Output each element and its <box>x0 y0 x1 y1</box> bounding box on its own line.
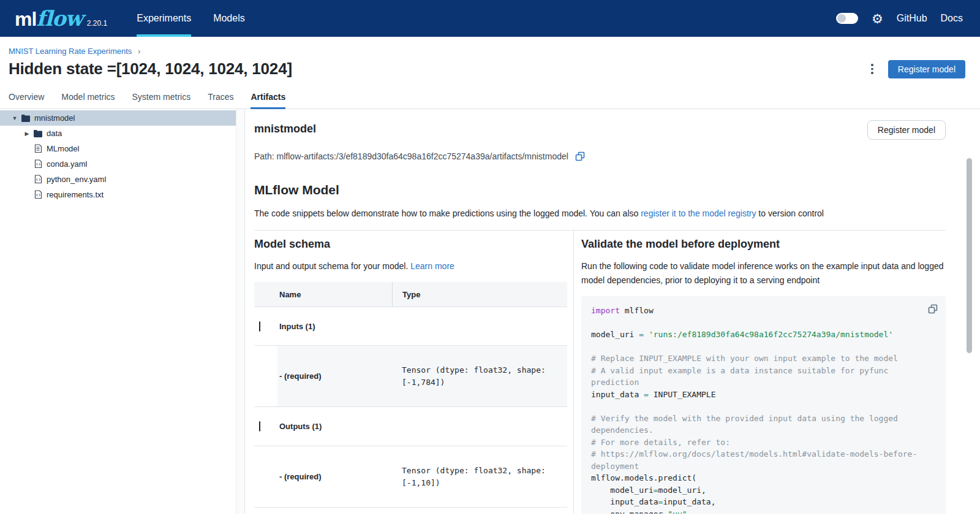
model-schema-heading: Model schema <box>254 238 567 251</box>
schema-group-row: Inputs (1) <box>254 307 567 346</box>
run-title-row: Hidden state =[1024, 1024, 1024, 1024] R… <box>0 56 980 78</box>
artifact-file-tree: ▼mnistmodel▶dataMLmodelconda.yamlpython_… <box>0 109 236 514</box>
model-schema-description: Input and output schema for your model. … <box>254 259 567 273</box>
file-icon <box>32 144 43 154</box>
schema-col-type: Type <box>392 282 567 307</box>
schema-group-row: Outputs (1) <box>254 407 567 446</box>
schema-table: NameTypeInputs (1)- (required)Tensor (dt… <box>254 282 567 508</box>
validate-code-block: import mlflow model_uri = 'runs:/ef8189d… <box>581 296 946 514</box>
register-model-secondary-button[interactable]: Register model <box>867 120 946 140</box>
github-link[interactable]: GitHub <box>897 13 927 24</box>
file-code-icon <box>32 175 43 185</box>
model-registry-link[interactable]: register it to the model registry <box>641 208 756 218</box>
file-code-icon <box>32 190 43 200</box>
mlflow-model-heading: MLflow Model <box>254 183 946 197</box>
navbar-right-group: ⚙ GitHub Docs <box>836 12 963 25</box>
folder-icon <box>20 113 31 123</box>
page-title: Hidden state =[1024, 1024, 1024, 1024] <box>9 59 292 78</box>
tab-traces[interactable]: Traces <box>208 87 233 109</box>
tree-item-label: data <box>47 129 62 138</box>
breadcrumb-chevron-icon: › <box>138 47 140 56</box>
docs-link[interactable]: Docs <box>941 13 963 24</box>
caret-right-icon[interactable]: ▶ <box>22 131 32 137</box>
copy-path-icon[interactable] <box>575 151 586 162</box>
code-content: import mlflow model_uri = 'runs:/ef8189d… <box>591 305 924 514</box>
collapse-icon[interactable] <box>259 421 260 432</box>
model-schema-section: Model schema Input and output schema for… <box>254 230 567 514</box>
schema-field-type: Tensor (dtype: float32, shape: [-1,10]) <box>392 446 567 507</box>
schema-data-row: - (required)Tensor (dtype: float32, shap… <box>254 446 567 508</box>
tree-item-conda-yaml[interactable]: conda.yaml <box>0 156 236 172</box>
gear-icon[interactable]: ⚙ <box>872 12 883 25</box>
tree-item-mnistmodel[interactable]: ▼mnistmodel <box>0 110 236 126</box>
tree-item-python-env-yaml[interactable]: python_env.yaml <box>0 172 236 187</box>
schema-field-name: - (required) <box>277 446 392 507</box>
main-scrollbar[interactable] <box>967 158 972 353</box>
run-tabs: OverviewModel metricsSystem metricsTrace… <box>0 87 980 109</box>
tree-item-label: conda.yaml <box>47 159 87 169</box>
artifact-path-row: Path: mlflow-artifacts:/3/ef8189d30fa64c… <box>254 151 946 162</box>
learn-more-link[interactable]: Learn more <box>410 261 454 271</box>
nav-link-experiments[interactable]: Experiments <box>137 0 191 37</box>
register-model-button[interactable]: Register model <box>888 60 965 78</box>
artifact-title: mnistmodel <box>254 120 316 135</box>
theme-toggle-knob <box>837 14 846 23</box>
tree-item-label: MLmodel <box>47 144 79 153</box>
path-value: mlflow-artifacts:/3/ef8189d30fa64c98a16f… <box>277 151 568 161</box>
theme-toggle[interactable] <box>836 13 858 24</box>
tab-system-metrics[interactable]: System metrics <box>132 87 191 109</box>
tree-item-label: python_env.yaml <box>47 175 106 184</box>
nav-link-models[interactable]: Models <box>213 0 245 37</box>
logo-ml-text: ml <box>15 8 36 31</box>
schema-group-label: Inputs (1) <box>277 322 392 331</box>
logo-flow-text: flow <box>36 6 83 31</box>
title-actions: Register model <box>867 60 965 78</box>
tree-item-data[interactable]: ▶data <box>0 126 236 141</box>
collapse-icon[interactable] <box>259 321 260 332</box>
content-area: ▼mnistmodel▶dataMLmodelconda.yamlpython_… <box>0 109 980 514</box>
tree-item-label: mnistmodel <box>34 113 75 123</box>
tree-item-label: requirements.txt <box>47 190 104 199</box>
validate-description: Run the following code to validate model… <box>581 259 946 288</box>
schema-group-label: Outputs (1) <box>277 422 392 431</box>
breadcrumb-experiment-link[interactable]: MNIST Learning Rate Experiments <box>9 47 132 56</box>
version-label: 2.20.1 <box>87 19 107 28</box>
sidebar-scrollbar[interactable] <box>236 109 245 514</box>
tab-model-metrics[interactable]: Model metrics <box>61 87 115 109</box>
primary-nav: ExperimentsModels <box>137 0 245 37</box>
folder-icon <box>32 129 43 139</box>
file-code-icon <box>32 159 43 169</box>
path-label: Path: <box>254 151 274 161</box>
schema-data-row: - (required)Tensor (dtype: float32, shap… <box>254 346 567 407</box>
mlflow-logo[interactable]: mlflow 2.20.1 <box>15 6 107 31</box>
breadcrumb: MNIST Learning Rate Experiments › <box>0 37 980 56</box>
validate-section: Validate the model before deployment Run… <box>574 230 946 514</box>
tab-artifacts[interactable]: Artifacts <box>251 87 285 109</box>
schema-field-name: - (required) <box>277 346 392 406</box>
overflow-menu-icon[interactable] <box>867 60 877 78</box>
validate-heading: Validate the model before deployment <box>581 238 946 251</box>
tree-item-requirements-txt[interactable]: requirements.txt <box>0 187 236 202</box>
top-navbar: mlflow 2.20.1 ExperimentsModels ⚙ GitHub… <box>0 0 980 37</box>
copy-code-icon[interactable] <box>927 303 938 317</box>
schema-field-type: Tensor (dtype: float32, shape: [-1,784]) <box>392 346 567 406</box>
schema-col-name: Name <box>277 290 392 299</box>
mlflow-model-description: The code snippets below demonstrate how … <box>254 207 946 219</box>
caret-down-icon[interactable]: ▼ <box>10 115 20 121</box>
tree-item-mlmodel[interactable]: MLmodel <box>0 141 236 156</box>
artifact-main-panel: mnistmodel Register model Path: mlflow-a… <box>245 109 980 514</box>
schema-header-row: NameType <box>254 282 567 307</box>
tab-overview[interactable]: Overview <box>9 87 44 109</box>
